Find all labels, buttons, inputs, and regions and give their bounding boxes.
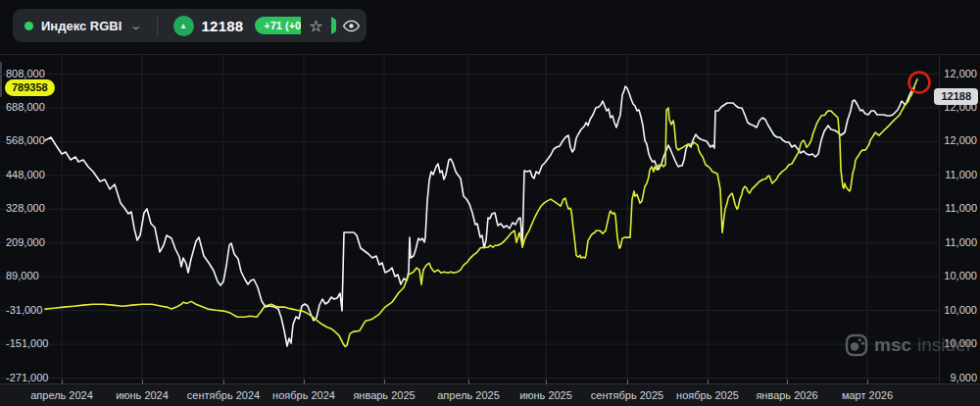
time-axis-label: апрель 2024 (30, 389, 93, 401)
last-price: 12188 (202, 18, 244, 34)
header-bar: Индекс RGBI ⌄ ▲ 12188 +71 (+0.59%) ☆ (0, 0, 980, 55)
watermark-light-text: insider (917, 334, 972, 356)
triangle-up-icon: ▲ (173, 16, 194, 36)
right-axis-label: 11,000 (945, 202, 977, 214)
time-axis-tick (708, 380, 709, 384)
time-axis-tick (627, 380, 628, 384)
left-axis-current-badge: 789358 (5, 79, 55, 96)
time-axis-tick (546, 380, 547, 384)
time-axis-tick (304, 380, 305, 384)
instrument-name: Индекс RGBI (41, 19, 122, 33)
time-axis-tick (62, 380, 63, 384)
star-button[interactable]: ☆ (301, 9, 331, 42)
time-axis-label: сентябрь 2024 (187, 389, 260, 401)
time-axis-tick (787, 380, 788, 384)
right-axis-label: 9,000 (950, 372, 977, 383)
chevron-down-icon[interactable]: ⌄ (130, 20, 143, 32)
left-axis-label: -271,000 (6, 372, 48, 383)
time-axis-label: апрель 2025 (437, 389, 500, 401)
time-axis-tick (468, 380, 469, 384)
time-axis-label: январь 2026 (756, 389, 817, 401)
time-axis-tick (223, 380, 224, 384)
right-axis-current-badge: 12188 (934, 88, 978, 105)
eye-button[interactable] (336, 9, 367, 42)
left-axis-label: -31,000 (6, 304, 42, 316)
chart-widget: Индекс RGBI ⌄ ▲ 12188 +71 (+0.59%) ☆ 808… (0, 0, 980, 406)
left-axis-label: 89,000 (6, 270, 39, 281)
star-icon: ☆ (309, 17, 322, 35)
chart-pane[interactable] (0, 54, 939, 383)
right-axis-label: 11,000 (945, 236, 977, 248)
time-axis-label: январь 2025 (353, 389, 415, 401)
time-axis-label: март 2026 (842, 389, 893, 401)
right-axis-label: 11,000 (945, 169, 977, 180)
highlight-circle-annotation (909, 73, 930, 93)
time-axis-tick (384, 380, 385, 384)
right-axis-label: 12,000 (944, 134, 977, 146)
time-axis-label: ноябрь 2024 (272, 389, 335, 401)
left-axis-label: 568,000 (6, 134, 45, 146)
mscinsider-logo-icon (845, 333, 868, 357)
eye-icon (342, 17, 361, 35)
time-axis-label: сентябрь 2025 (591, 389, 663, 401)
instrument-dot-icon (24, 22, 33, 30)
left-axis-label: 808,000 (6, 68, 45, 79)
watermark: msc insider (845, 333, 972, 357)
left-axis-label: -151,000 (6, 337, 48, 349)
divider (157, 16, 158, 35)
right-axis-label: 10,000 (944, 270, 977, 281)
instrument-selector[interactable]: Индекс RGBI ⌄ ▲ 12188 +71 (+0.59%) (13, 9, 350, 42)
time-axis[interactable]: апрель 2024июнь 2024сентябрь 2024ноябрь … (0, 383, 980, 406)
watermark-bold-text: msc (874, 334, 911, 356)
left-axis-label: 209,000 (6, 236, 45, 248)
time-axis-tick (142, 380, 143, 384)
left-axis-label: 448,000 (6, 169, 45, 180)
left-axis-label: 688,000 (6, 101, 45, 113)
right-axis-label: 12,000 (944, 68, 977, 79)
time-axis-tick (867, 380, 868, 384)
left-axis-label: 328,000 (6, 202, 45, 214)
time-axis-label: июнь 2024 (116, 389, 169, 401)
time-axis-label: ноябрь 2025 (676, 389, 739, 401)
right-axis-label: 10,000 (944, 304, 977, 316)
time-axis-label: июнь 2025 (519, 389, 572, 401)
